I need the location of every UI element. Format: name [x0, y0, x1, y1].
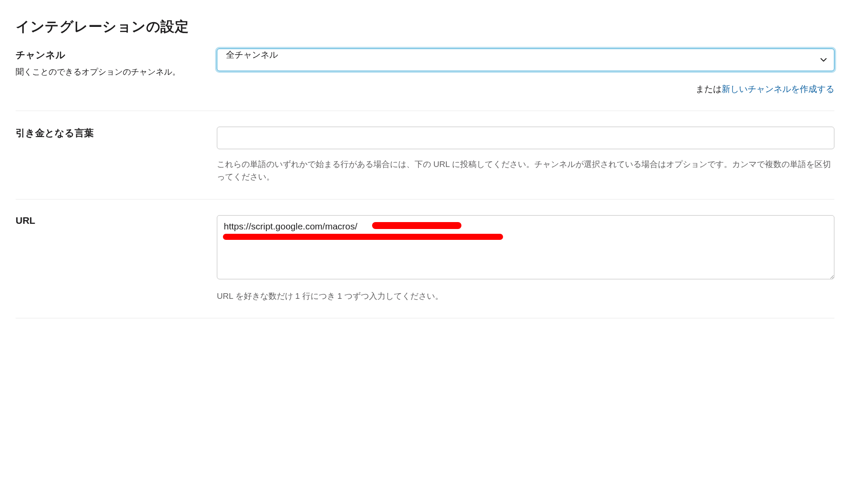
trigger-words-input[interactable] — [217, 127, 834, 149]
channel-select[interactable]: 全チャンネル — [217, 49, 834, 71]
trigger-help-text: これらの単語のいずれかで始まる行がある場合には、下の URL に投稿してください… — [217, 158, 834, 183]
url-heading: URL — [16, 215, 206, 226]
section-trigger: 引き金となる言葉 これらの単語のいずれかで始まる行がある場合には、下の URL … — [16, 127, 834, 200]
channel-helper-prefix: または — [696, 84, 722, 94]
channel-helper-row: または新しいチャンネルを作成する — [217, 83, 834, 95]
url-help-text: URL を好きな数だけ 1 行につき 1 つずつ入力してください。 — [217, 290, 834, 302]
trigger-heading: 引き金となる言葉 — [16, 127, 206, 140]
channel-description: 聞くことのできるオプションのチャンネル。 — [16, 66, 206, 79]
create-channel-link[interactable]: 新しいチャンネルを作成する — [722, 84, 834, 94]
url-textarea[interactable] — [217, 215, 834, 279]
channel-select-wrapper: 全チャンネル — [217, 49, 834, 71]
page-title: インテグレーションの設定 — [16, 17, 834, 36]
section-channel: チャンネル 聞くことのできるオプションのチャンネル。 全チャンネル または新しい… — [16, 49, 834, 111]
channel-heading: チャンネル — [16, 49, 206, 62]
section-url: URL https://script.google.com/macros/ UR… — [16, 215, 834, 318]
